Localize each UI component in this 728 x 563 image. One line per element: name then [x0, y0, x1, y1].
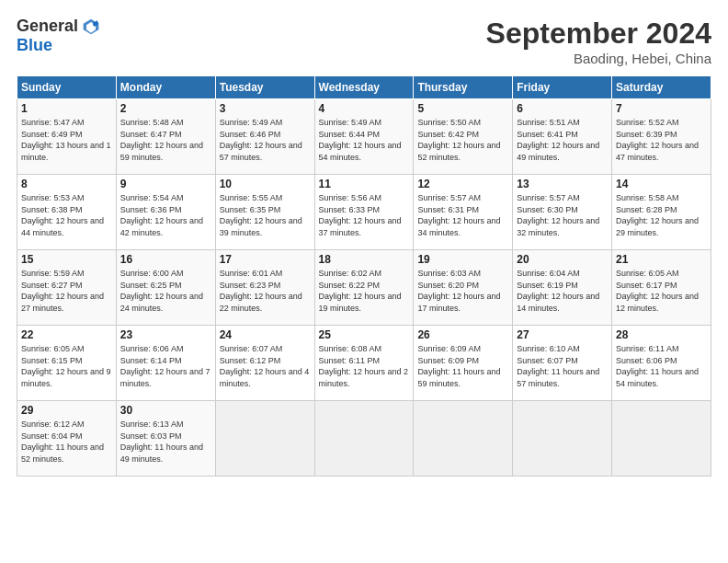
day-info: Sunrise: 6:05 AMSunset: 6:17 PMDaylight:…: [616, 268, 707, 314]
calendar-cell: 2 Sunrise: 5:48 AMSunset: 6:47 PMDayligh…: [116, 99, 215, 175]
calendar-header-tuesday: Tuesday: [215, 76, 314, 99]
calendar-cell: [513, 401, 612, 477]
calendar-cell: 21 Sunrise: 6:05 AMSunset: 6:17 PMDaylig…: [612, 250, 711, 326]
calendar-cell: 6 Sunrise: 5:51 AMSunset: 6:41 PMDayligh…: [513, 99, 612, 175]
day-number: 11: [319, 178, 410, 190]
day-info: Sunrise: 5:56 AMSunset: 6:33 PMDaylight:…: [319, 192, 410, 238]
day-number: 7: [616, 102, 707, 115]
calendar: SundayMondayTuesdayWednesdayThursdayFrid…: [17, 75, 711, 477]
day-info: Sunrise: 5:52 AMSunset: 6:39 PMDaylight:…: [616, 117, 707, 163]
logo-general: General: [17, 17, 78, 36]
calendar-week-2: 8 Sunrise: 5:53 AMSunset: 6:38 PMDayligh…: [17, 175, 711, 250]
day-number: 25: [319, 328, 410, 341]
day-number: 22: [21, 328, 112, 341]
logo: General Blue: [17, 17, 100, 55]
day-number: 26: [417, 328, 508, 341]
day-number: 28: [616, 328, 707, 341]
calendar-cell: [314, 401, 414, 477]
calendar-cell: 27 Sunrise: 6:10 AMSunset: 6:07 PMDaylig…: [513, 326, 612, 401]
calendar-cell: [215, 401, 314, 477]
day-info: Sunrise: 5:54 AMSunset: 6:36 PMDaylight:…: [120, 192, 211, 238]
day-info: Sunrise: 5:49 AMSunset: 6:44 PMDaylight:…: [319, 117, 410, 163]
day-info: Sunrise: 5:57 AMSunset: 6:30 PMDaylight:…: [517, 192, 608, 238]
logo-icon: [82, 17, 100, 36]
day-number: 2: [120, 102, 211, 115]
day-info: Sunrise: 6:00 AMSunset: 6:25 PMDaylight:…: [120, 268, 211, 314]
day-number: 16: [120, 253, 211, 266]
day-number: 8: [21, 178, 112, 190]
calendar-cell: 10 Sunrise: 5:55 AMSunset: 6:35 PMDaylig…: [215, 175, 314, 250]
day-info: Sunrise: 6:02 AMSunset: 6:22 PMDaylight:…: [319, 268, 410, 314]
day-number: 17: [220, 253, 311, 266]
calendar-cell: 19 Sunrise: 6:03 AMSunset: 6:20 PMDaylig…: [414, 250, 513, 326]
day-info: Sunrise: 6:05 AMSunset: 6:15 PMDaylight:…: [21, 343, 112, 389]
day-info: Sunrise: 5:49 AMSunset: 6:46 PMDaylight:…: [220, 117, 311, 163]
day-number: 19: [417, 253, 508, 266]
month-title: September 2024: [486, 17, 711, 51]
day-info: Sunrise: 5:55 AMSunset: 6:35 PMDaylight:…: [220, 192, 311, 238]
title-block: September 2024 Baoding, Hebei, China: [486, 17, 711, 66]
calendar-header-saturday: Saturday: [612, 76, 711, 99]
calendar-cell: 8 Sunrise: 5:53 AMSunset: 6:38 PMDayligh…: [17, 175, 117, 250]
day-info: Sunrise: 6:10 AMSunset: 6:07 PMDaylight:…: [517, 343, 608, 389]
calendar-cell: 28 Sunrise: 6:11 AMSunset: 6:06 PMDaylig…: [612, 326, 711, 401]
day-info: Sunrise: 5:53 AMSunset: 6:38 PMDaylight:…: [21, 192, 112, 238]
calendar-cell: 14 Sunrise: 5:58 AMSunset: 6:28 PMDaylig…: [612, 175, 711, 250]
day-number: 4: [319, 102, 410, 115]
day-number: 1: [21, 102, 112, 115]
day-info: Sunrise: 5:58 AMSunset: 6:28 PMDaylight:…: [616, 192, 707, 238]
day-number: 6: [517, 102, 608, 115]
calendar-header-monday: Monday: [116, 76, 215, 99]
day-number: 29: [21, 404, 112, 417]
day-info: Sunrise: 5:48 AMSunset: 6:47 PMDaylight:…: [120, 117, 211, 163]
calendar-week-4: 22 Sunrise: 6:05 AMSunset: 6:15 PMDaylig…: [17, 326, 711, 401]
calendar-cell: 13 Sunrise: 5:57 AMSunset: 6:30 PMDaylig…: [513, 175, 612, 250]
calendar-header-thursday: Thursday: [414, 76, 513, 99]
calendar-cell: 25 Sunrise: 6:08 AMSunset: 6:11 PMDaylig…: [314, 326, 414, 401]
day-number: 20: [517, 253, 608, 266]
calendar-week-5: 29 Sunrise: 6:12 AMSunset: 6:04 PMDaylig…: [17, 401, 711, 477]
day-info: Sunrise: 6:04 AMSunset: 6:19 PMDaylight:…: [517, 268, 608, 314]
calendar-cell: 15 Sunrise: 5:59 AMSunset: 6:27 PMDaylig…: [17, 250, 117, 326]
logo-blue: Blue: [17, 36, 52, 55]
day-number: 23: [120, 328, 211, 341]
day-info: Sunrise: 6:07 AMSunset: 6:12 PMDaylight:…: [220, 343, 311, 389]
day-info: Sunrise: 6:13 AMSunset: 6:03 PMDaylight:…: [120, 419, 211, 465]
calendar-cell: [612, 401, 711, 477]
calendar-cell: 22 Sunrise: 6:05 AMSunset: 6:15 PMDaylig…: [17, 326, 117, 401]
day-number: 5: [417, 102, 508, 115]
day-number: 18: [319, 253, 410, 266]
day-info: Sunrise: 6:11 AMSunset: 6:06 PMDaylight:…: [616, 343, 707, 389]
calendar-cell: 17 Sunrise: 6:01 AMSunset: 6:23 PMDaylig…: [215, 250, 314, 326]
day-number: 13: [517, 178, 608, 190]
day-info: Sunrise: 6:12 AMSunset: 6:04 PMDaylight:…: [21, 419, 112, 465]
calendar-header-row: SundayMondayTuesdayWednesdayThursdayFrid…: [17, 76, 711, 99]
calendar-cell: 5 Sunrise: 5:50 AMSunset: 6:42 PMDayligh…: [414, 99, 513, 175]
location: Baoding, Hebei, China: [486, 51, 711, 66]
calendar-cell: [414, 401, 513, 477]
day-info: Sunrise: 6:01 AMSunset: 6:23 PMDaylight:…: [220, 268, 311, 314]
calendar-cell: 9 Sunrise: 5:54 AMSunset: 6:36 PMDayligh…: [116, 175, 215, 250]
calendar-cell: 18 Sunrise: 6:02 AMSunset: 6:22 PMDaylig…: [314, 250, 414, 326]
calendar-cell: 26 Sunrise: 6:09 AMSunset: 6:09 PMDaylig…: [414, 326, 513, 401]
calendar-header-sunday: Sunday: [17, 76, 117, 99]
day-info: Sunrise: 6:03 AMSunset: 6:20 PMDaylight:…: [417, 268, 508, 314]
calendar-cell: 16 Sunrise: 6:00 AMSunset: 6:25 PMDaylig…: [116, 250, 215, 326]
calendar-cell: 3 Sunrise: 5:49 AMSunset: 6:46 PMDayligh…: [215, 99, 314, 175]
day-number: 30: [120, 404, 211, 417]
day-number: 21: [616, 253, 707, 266]
calendar-cell: 12 Sunrise: 5:57 AMSunset: 6:31 PMDaylig…: [414, 175, 513, 250]
calendar-cell: 4 Sunrise: 5:49 AMSunset: 6:44 PMDayligh…: [314, 99, 414, 175]
day-number: 9: [120, 178, 211, 190]
calendar-cell: 30 Sunrise: 6:13 AMSunset: 6:03 PMDaylig…: [116, 401, 215, 477]
calendar-week-3: 15 Sunrise: 5:59 AMSunset: 6:27 PMDaylig…: [17, 250, 711, 326]
calendar-cell: 23 Sunrise: 6:06 AMSunset: 6:14 PMDaylig…: [116, 326, 215, 401]
header: General Blue September 2024 Baoding, Heb…: [17, 17, 711, 66]
day-info: Sunrise: 5:50 AMSunset: 6:42 PMDaylight:…: [417, 117, 508, 163]
day-info: Sunrise: 5:59 AMSunset: 6:27 PMDaylight:…: [21, 268, 112, 314]
calendar-cell: 20 Sunrise: 6:04 AMSunset: 6:19 PMDaylig…: [513, 250, 612, 326]
calendar-header-friday: Friday: [513, 76, 612, 99]
calendar-cell: 11 Sunrise: 5:56 AMSunset: 6:33 PMDaylig…: [314, 175, 414, 250]
day-number: 10: [220, 178, 311, 190]
day-info: Sunrise: 5:57 AMSunset: 6:31 PMDaylight:…: [417, 192, 508, 238]
